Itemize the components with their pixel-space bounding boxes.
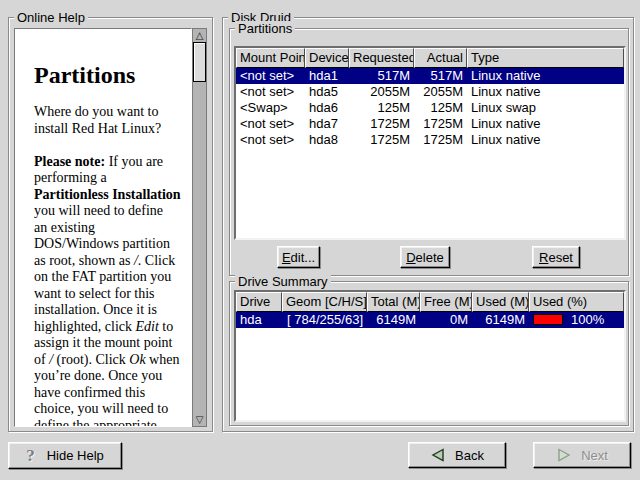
cell: <not set> (236, 68, 305, 84)
scrollbar-thumb[interactable] (193, 42, 206, 82)
column-header[interactable]: Type (467, 48, 624, 68)
help-text: Where do you want toinstall Red Hat Linu… (34, 104, 191, 427)
cell: hda (236, 312, 282, 328)
online-help-frame-label: Online Help (14, 10, 88, 25)
disk-druid-panel: Disk Druid Partitions Mount PointDeviceR… (222, 17, 634, 432)
cell: 1725M (349, 116, 414, 132)
delete-button[interactable]: Delete (400, 246, 450, 268)
column-header[interactable]: Device (305, 48, 349, 68)
cell: 1725M (414, 116, 467, 132)
used-percent-cell: 100% (529, 312, 624, 328)
help-line: have confirmed this (34, 385, 191, 402)
cell: hda7 (305, 116, 349, 132)
cell: <not set> (236, 84, 305, 100)
help-line: on the FAT partition you (34, 269, 191, 286)
installer-screen: Online Help Partitions Where do you want… (0, 0, 640, 480)
help-line: assign it the mount point (34, 335, 191, 352)
back-label: Back (455, 448, 484, 463)
used-bar (533, 314, 563, 325)
help-viewport: Partitions Where do you want toinstall R… (14, 28, 192, 427)
help-line: want to select for this (34, 286, 191, 303)
help-line: an existing (34, 220, 191, 237)
partition-row[interactable]: <not set>hda71725M1725MLinux native (236, 116, 624, 132)
scroll-down-icon[interactable]: ▽ (193, 413, 206, 426)
help-line: you will need to define (34, 203, 191, 220)
scroll-up-icon[interactable]: △ (193, 29, 206, 42)
cell: hda1 (305, 68, 349, 84)
partitions-section: Partitions Mount PointDeviceRequestedAct… (229, 28, 629, 276)
cell: Linux native (467, 68, 624, 84)
column-header[interactable]: Used (M) (472, 292, 529, 312)
hide-help-label: Hide Help (47, 448, 104, 463)
help-line: install Red Hat Linux? (34, 121, 191, 138)
cell: 0M (420, 312, 472, 328)
cell: Linux native (467, 116, 624, 132)
column-header[interactable]: Drive (236, 292, 282, 312)
cell: 6149M (472, 312, 529, 328)
help-line: DOS/Windows partition (34, 236, 191, 253)
column-header[interactable]: Total (M) (367, 292, 420, 312)
hide-help-button[interactable]: ? Hide Help (8, 442, 122, 469)
cell: hda6 (305, 100, 349, 116)
cell: 1725M (349, 132, 414, 148)
column-header[interactable]: Mount Point (236, 48, 305, 68)
help-area: Partitions Where do you want toinstall R… (14, 28, 207, 427)
help-line (34, 137, 191, 154)
column-header[interactable]: Free (M) (420, 292, 472, 312)
partition-row[interactable]: <not set>hda1517M517MLinux native (236, 68, 624, 84)
cell: <not set> (236, 132, 305, 148)
help-scrollbar[interactable]: △ ▽ (192, 28, 207, 427)
reset-button[interactable]: Reset (532, 246, 580, 268)
back-button[interactable]: Back (408, 442, 506, 468)
used-percent-value: 100% (571, 312, 604, 327)
back-arrow-icon (430, 448, 445, 462)
help-line: Where do you want to (34, 104, 191, 121)
column-header[interactable]: Used (%) (529, 292, 624, 312)
cell: 517M (349, 68, 414, 84)
help-line: as root, shown as /. Click (34, 253, 191, 270)
cell: 2055M (414, 84, 467, 100)
cell: hda8 (305, 132, 349, 148)
cell: 125M (414, 100, 467, 116)
cell: [ 784/255/63] (282, 312, 367, 328)
next-button[interactable]: Next (533, 442, 631, 468)
drive-summary-section: Drive Summary DriveGeom [C/H/S]Total (M)… (229, 281, 629, 426)
cell: <Swap> (236, 100, 305, 116)
question-mark-icon: ? (26, 446, 35, 466)
cell: Linux native (467, 132, 624, 148)
help-line: performing a (34, 170, 191, 187)
partition-row[interactable]: <not set>hda52055M2055MLinux native (236, 84, 624, 100)
cell: 6149M (367, 312, 420, 328)
partitions-table: Mount PointDeviceRequestedActualType<not… (234, 46, 626, 240)
drive-summary-frame-label: Drive Summary (235, 274, 331, 289)
cell: 2055M (349, 84, 414, 100)
next-arrow-icon (556, 448, 571, 462)
edit-button[interactable]: Edit... (277, 246, 320, 268)
drive-summary-table: DriveGeom [C/H/S]Total (M)Free (M)Used (… (234, 290, 626, 422)
help-line: you’re done. Once you (34, 368, 191, 385)
table-header-row: Mount PointDeviceRequestedActualType (236, 48, 624, 68)
table-header-row: DriveGeom [C/H/S]Total (M)Free (M)Used (… (236, 292, 624, 312)
column-header[interactable]: Geom [C/H/S] (282, 292, 367, 312)
partition-row[interactable]: <not set>hda81725M1725MLinux native (236, 132, 624, 148)
help-line: installation. Once it is (34, 302, 191, 319)
cell: hda5 (305, 84, 349, 100)
online-help-panel: Online Help Partitions Where do you want… (8, 17, 213, 432)
column-header[interactable]: Requested (349, 48, 414, 68)
cell: Linux native (467, 84, 624, 100)
help-title: Partitions (34, 63, 191, 88)
help-line: Partitionless Installation (34, 187, 191, 204)
help-line: choice, you will need to (34, 401, 191, 418)
cell: <not set> (236, 116, 305, 132)
next-label: Next (581, 448, 608, 463)
column-header[interactable]: Actual (414, 48, 467, 68)
cell: 517M (414, 68, 467, 84)
help-line: of / (root). Click Ok when (34, 352, 191, 369)
cell: 125M (349, 100, 414, 116)
drive-row[interactable]: hda[ 784/255/63]6149M0M6149M100% (236, 312, 624, 328)
partition-row[interactable]: <Swap>hda6125M125MLinux swap (236, 100, 624, 116)
help-line: Please note: If you are (34, 154, 191, 171)
cell: 1725M (414, 132, 467, 148)
help-line: define the appropriate (34, 418, 191, 428)
cell: Linux swap (467, 100, 624, 116)
